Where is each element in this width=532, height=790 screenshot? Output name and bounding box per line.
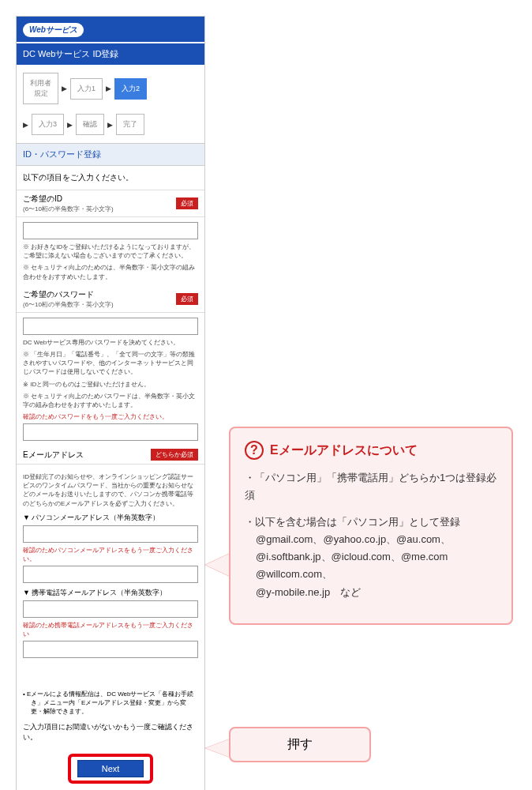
- chevron-right-icon: ▶: [106, 85, 111, 92]
- chevron-right-icon: ▶: [107, 121, 113, 129]
- password-hint: (6〜10桁の半角数字・英小文字): [23, 300, 114, 309]
- password-label: ご希望のパスワード: [23, 289, 114, 300]
- step-1: 利用者 規定: [23, 73, 58, 104]
- step-indicator: 利用者 規定 ▶ 入力1 ▶ 入力2 ▶ 入力3 ▶ 確認 ▶ 完了: [17, 65, 204, 143]
- press-label: 押す: [287, 737, 313, 750]
- next-button-highlight: Next: [68, 754, 154, 784]
- password-note-0: DC Webサービス専用のパスワードを決めてください。: [23, 338, 198, 347]
- email-description: ID登録完了のお知らせや、オンラインショッピング認証サービスのワンタイムパスワー…: [23, 472, 198, 508]
- step-5: 確認: [76, 114, 104, 135]
- bottom-notes: • Eメールによる情報配信は、DC Webサービス「各種お手続き」メニュー内「E…: [17, 685, 204, 747]
- id-field-group: ご希望のID (6〜10桁の半角数字・英小文字) 必須 ※ お好きなIDをご登録…: [17, 190, 204, 286]
- email-label: Eメールアドレス: [23, 450, 84, 461]
- callout-item-2-domains: @gmail.com、@yahoo.co.jp、@au.com、@i.softb…: [245, 531, 497, 600]
- logo: Webサービス: [23, 23, 84, 37]
- password-field-group: ご希望のパスワード (6〜10桁の半角数字・英小文字) 必須 DC Webサービ…: [17, 286, 204, 446]
- mobile-email-label: ▼ 携帯電話等メールアドレス（半角英数字）: [23, 588, 198, 598]
- required-badge: 必須: [176, 198, 198, 209]
- password-input[interactable]: [23, 318, 198, 335]
- password-note-3: ※ セキュリティ向上のためパスワードは、半角数字・英小文字の組み合わせをおすすめ…: [23, 392, 198, 409]
- step-3-active: 入力2: [114, 78, 147, 100]
- email-help-callout: ? Eメールアドレスについて ・「パソコン用」「携帯電話用」どちらか1つは登録必…: [229, 427, 513, 625]
- callout-pointer-icon: [205, 739, 230, 758]
- callout-item-2-head: ・以下を含む場合は「パソコン用」として登録: [245, 514, 497, 531]
- step-6: 完了: [116, 114, 144, 135]
- required-badge: 必須: [176, 293, 198, 305]
- step-2: 入力1: [70, 78, 103, 100]
- id-input[interactable]: [23, 222, 198, 239]
- pc-email-label: ▼ パソコンメールアドレス（半角英数字）: [23, 513, 198, 523]
- password-note-1: ※ 「生年月日」「電話番号」、「全て同一の文字」等の類推されやすいパスワードや、…: [23, 350, 198, 377]
- next-button[interactable]: Next: [77, 760, 144, 777]
- pc-email-input[interactable]: [23, 525, 198, 543]
- password-note-2: ※ IDと同一のものはご登録いただけません。: [23, 380, 198, 389]
- callout-pointer-icon: [205, 553, 230, 577]
- callout-title: Eメールアドレスについて: [270, 442, 418, 459]
- pc-email-confirm-input[interactable]: [23, 566, 198, 583]
- id-label: ご希望のID: [23, 194, 114, 205]
- password-confirm-input[interactable]: [23, 423, 198, 441]
- id-hint: (6〜10桁の半角数字・英小文字): [23, 205, 114, 213]
- chevron-right-icon: ▶: [67, 121, 73, 129]
- final-instruction: ご入力項目にお間違いがないかもう一度ご確認ください。: [23, 722, 198, 743]
- chevron-right-icon: ▶: [23, 121, 28, 129]
- section-title: ID・パスワード登録: [17, 143, 204, 166]
- instruction-text: 以下の項目をご入力ください。: [17, 166, 204, 190]
- password-confirm-label: 確認のためパスワードをもう一度ご入力ください。: [23, 412, 198, 421]
- pc-email-confirm-label: 確認のためパソコンメールアドレスをもう一度ご入力ください。: [23, 546, 198, 563]
- question-icon: ?: [245, 441, 264, 460]
- either-required-badge: どちらか必須: [151, 449, 198, 461]
- mobile-email-confirm-input[interactable]: [23, 641, 198, 658]
- step-4: 入力3: [32, 114, 64, 135]
- mobile-email-input[interactable]: [23, 600, 198, 618]
- phone-mockup: Webサービス DC Webサービス ID登録 利用者 規定 ▶ 入力1 ▶ 入…: [16, 16, 205, 790]
- app-header: Webサービス: [17, 17, 204, 42]
- page-title: DC Webサービス ID登録: [17, 43, 204, 65]
- callout-item-1: ・「パソコン用」「携帯電話用」どちらか1つは登録必須: [245, 469, 497, 504]
- email-field-group: Eメールアドレス どちらか必須 ID登録完了のお知らせや、オンラインショッピング…: [17, 446, 204, 663]
- id-note-1: ※ お好きなIDをご登録いただけるようになっておりますが、ご希望に添えない場合も…: [23, 243, 198, 260]
- press-callout: 押す: [229, 727, 371, 762]
- email-config-note: • Eメールによる情報配信は、DC Webサービス「各種お手続き」メニュー内「E…: [31, 690, 198, 716]
- mobile-email-confirm-label: 確認のため携帯電話メールアドレスをもう一度ご入力ください: [23, 621, 198, 638]
- chevron-right-icon: ▶: [62, 85, 67, 92]
- id-note-2: ※ セキュリティ向上のためのは、半角数字・英小文字の組み合わせをおすすめいたしま…: [23, 263, 198, 280]
